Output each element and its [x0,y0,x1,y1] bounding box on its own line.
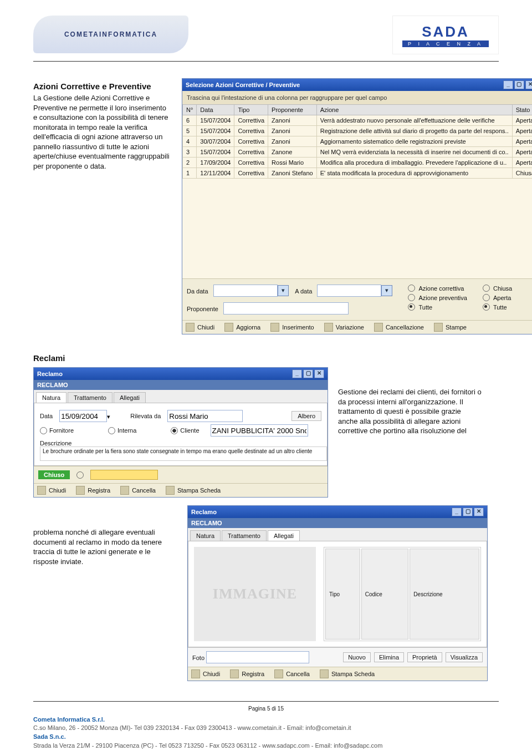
window-title: Reclamo [37,371,63,377]
tab-allegati[interactable]: Allegati [114,392,146,403]
panel-header: RECLAMO [34,380,328,390]
table-row[interactable]: 515/07/2004CorrettivaZanoniRegistrazione… [183,126,533,136]
window-title: Reclamo [191,509,217,515]
chevron-down-icon[interactable]: ▾ [107,413,110,420]
toolbar-button[interactable]: Aggiorna [224,323,260,332]
footer-address-2: Strada la Verza 21/M - 29100 Piacenza (P… [33,742,499,750]
tab-trattamento[interactable]: Trattamento [222,530,267,541]
toolbar-icon [191,669,200,678]
toolbar-button[interactable]: Registra [230,669,264,678]
window-buttons[interactable]: _▢✕ [502,80,532,89]
filter-type-radio[interactable]: Azione correttivaAzione preventivaTutte [408,285,467,311]
foto-input[interactable] [206,651,309,663]
tab-natura[interactable]: Natura [190,530,221,541]
header-rule [33,61,499,62]
proponente-input[interactable] [223,302,349,314]
radio-option[interactable]: Tutte [408,303,467,311]
column-header[interactable]: Azione [316,105,512,115]
tab-allegati[interactable]: Allegati [268,530,300,541]
table-row[interactable]: 430/07/2004CorrettivaZanoniAggiornamento… [183,136,533,147]
radio-interna[interactable]: Interna [108,427,136,434]
toolbar-button[interactable]: Chiudi [191,669,220,678]
panel-header: RECLAMO [188,518,487,528]
foto-label: Foto [192,654,204,661]
tab-natura[interactable]: Natura [36,392,66,403]
column-header[interactable]: N° [183,105,197,115]
toolbar-icon [324,323,333,332]
radio-option[interactable]: Chiusa [483,285,512,292]
chevron-down-icon[interactable]: ▾ [381,285,392,296]
da-data-label: Da data [187,288,208,295]
radio-cliente[interactable]: Cliente [171,427,199,434]
a-data-input[interactable] [317,285,381,297]
toolbar-button[interactable]: Registra [76,486,110,495]
toolbar-icon [224,323,233,332]
toolbar-button[interactable]: Stampa Scheda [320,669,375,678]
toolbar-button[interactable]: Chiudi [37,486,66,495]
action-button[interactable]: Elimina [374,652,404,662]
col-tipo: Tipo [325,549,360,640]
logo-sada: SADA P I A C E N Z A [392,16,499,54]
tab-trattamento[interactable]: Trattamento [68,392,112,403]
action-button[interactable]: Proprietà [407,652,442,662]
toolbar-icon [166,486,175,495]
action-button[interactable]: Visualizza [446,652,483,662]
radio-option[interactable]: Aperta [483,294,512,301]
section-reclami-title: Reclami [33,353,499,363]
descrizione-text[interactable]: Le brochure ordinate per la fiera sono s… [40,447,327,461]
toolbar-button[interactable]: Variazione [324,323,364,332]
status-field[interactable] [90,470,158,480]
toolbar-button[interactable]: Inserimento [270,323,314,332]
column-header[interactable]: Proponente [268,105,317,115]
reclami-paragraph-1: Gestione dei reclami dei clienti, dei fo… [338,387,482,436]
status-radio[interactable] [76,471,84,479]
da-data-input[interactable] [213,285,278,297]
filter-state-radio[interactable]: ChiusaApertaTutte [483,285,512,311]
albero-button[interactable]: Albero [291,411,321,421]
toolbar-button[interactable]: Stampa Scheda [166,486,221,495]
rilevata-label: Rilevata da [130,413,161,419]
toolbar-button[interactable]: Cancellazione [374,323,424,332]
table-row[interactable]: 112/11/2004CorrettivaZanoni StefanoE' st… [183,168,533,179]
toolbar-button[interactable]: Cancella [274,669,310,678]
page-number: Pagina 5 di 15 [33,705,499,713]
column-header[interactable]: Tipo [234,105,268,115]
action-button[interactable]: Nuovo [343,652,371,662]
screenshot-selezione-azioni: Selezione Azioni Correttive / Preventive… [182,78,532,334]
reclami-paragraph-2: problema nonché di allegare eventuali do… [33,527,177,566]
chevron-down-icon[interactable]: ▾ [278,285,289,296]
data-input[interactable] [59,410,107,422]
toolbar-button[interactable]: Stampe [434,323,467,332]
footer-address-1: C.so Milano, 26 - 20052 Monza (MI)- Tel … [33,724,499,733]
table-row[interactable]: 217/09/2004CorrettivaRossi MarioModifica… [183,158,533,168]
column-header[interactable]: Stato [512,105,532,115]
table-row[interactable]: 315/07/2004CorrettivaZanoneNel MQ verrà … [183,147,533,158]
toolbar-icon [374,323,383,332]
radio-option[interactable]: Azione preventiva [408,294,467,301]
toolbar-icon [120,486,129,495]
toolbar-icon [37,486,46,495]
toolbar-icon [270,323,279,332]
cliente-input[interactable] [211,424,308,437]
section-azioni-body: La Gestione delle Azioni Correttive e Pr… [33,93,172,171]
table-row[interactable]: 615/07/2004CorrettivaZanoniVerrà addestr… [183,115,533,126]
window-title: Selezione Azioni Correttive / Preventive [186,82,300,88]
section-azioni-title: Azioni Correttive e Preventive [33,82,172,91]
grouping-hint: Trascina qui l'intestazione di una colon… [182,91,532,104]
toolbar-button[interactable]: Chiudi [186,323,214,332]
column-header[interactable]: Data [197,105,234,115]
window-buttons[interactable]: _▢✕ [291,369,324,378]
radio-option[interactable]: Azione correttiva [408,285,467,292]
proponente-label: Proponente [187,306,218,312]
data-label: Data [40,413,53,419]
attachments-grid[interactable]: Tipo Codice Descrizione [324,547,481,641]
toolbar-button[interactable]: Cancella [120,486,156,495]
radio-fornitore[interactable]: Fornitore [40,427,74,434]
col-descrizione: Descrizione [410,549,479,640]
window-buttons[interactable]: _▢✕ [451,508,484,516]
radio-option[interactable]: Tutte [483,303,512,311]
screenshot-reclamo-natura: Reclamo _▢✕ RECLAMO Natura Trattamento A… [33,367,328,498]
toolbar-icon [434,323,443,332]
toolbar-icon [230,669,239,678]
rilevata-input[interactable] [167,410,243,422]
